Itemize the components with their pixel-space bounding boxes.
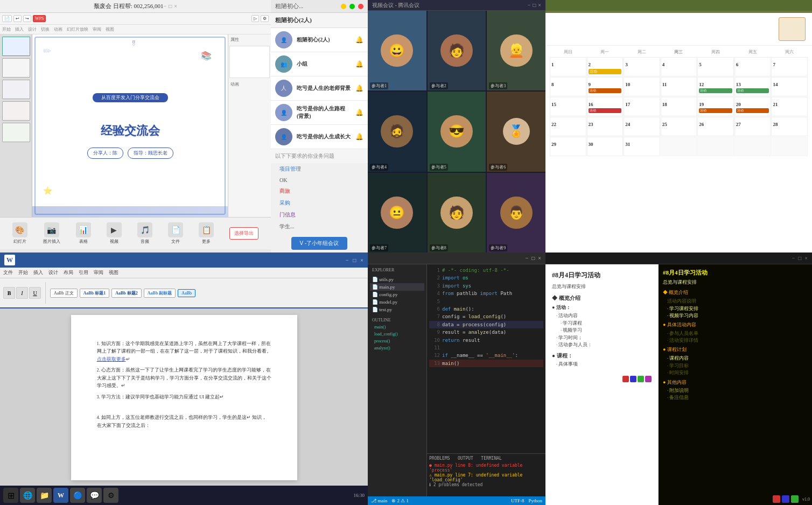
toolbar-btn-2[interactable]: ↩ <box>13 15 22 22</box>
style-heading2[interactable]: AaBb 标题2 <box>111 289 142 298</box>
cal-day-23[interactable]: 23 <box>587 117 624 136</box>
toolbar-menu-insert[interactable]: 插入 <box>15 26 24 32</box>
cal-day-6[interactable]: 6 <box>734 57 771 76</box>
style-current[interactable]: AaBb <box>178 289 195 297</box>
taskbar-start[interactable]: ⊞ <box>3 488 18 503</box>
topic-item-4[interactable]: 采购 <box>271 197 368 209</box>
export-button[interactable]: 选择导出 <box>229 227 258 240</box>
slide-btn-instructor[interactable]: 指导：顾思长老 <box>128 148 173 159</box>
cal-day-30[interactable]: 30 <box>587 137 624 156</box>
cal-day-25[interactable]: 25 <box>661 117 697 136</box>
ce-min-icon[interactable]: − <box>526 255 529 261</box>
toolbar-btn-4[interactable]: WPS <box>33 15 46 22</box>
taskbar-ie[interactable]: 🌐 <box>20 488 35 503</box>
vc-close-icon[interactable]: × <box>538 2 541 8</box>
cal-day-10[interactable]: 10 <box>624 77 660 96</box>
slide-thumb-4[interactable] <box>2 101 30 121</box>
tool-table[interactable]: 📊 表格 <box>76 222 91 244</box>
notes-min-icon[interactable]: − <box>792 255 795 261</box>
word-menu-design[interactable]: 设计 <box>48 269 58 276</box>
style-heading1[interactable]: AaBb 标题1 <box>80 289 110 298</box>
cal-day-17[interactable]: 17 <box>624 97 660 116</box>
chat-item-1[interactable]: 👤 粗陋初心(2人) 🔔 <box>271 28 368 52</box>
topic-item-3[interactable]: 商旅 <box>271 185 368 197</box>
maximize-btn[interactable] <box>349 4 355 9</box>
cal-day-22[interactable]: 22 <box>550 117 586 136</box>
topic-item-2[interactable]: OK <box>271 175 368 185</box>
cal-day-1[interactable]: 1 <box>550 57 586 76</box>
cal-day-11[interactable]: 11 <box>661 77 697 96</box>
topic-item-6[interactable]: 学生... <box>271 221 368 233</box>
notes-max-icon[interactable]: □ <box>798 255 801 261</box>
tool-photo[interactable]: 📷 图片插入 <box>43 222 60 244</box>
notes-close-icon[interactable]: × <box>804 255 808 261</box>
tool-file[interactable]: 📄 文件 <box>168 222 183 244</box>
slide-btn-presenter[interactable]: 分享人：陈 <box>87 148 123 159</box>
cal-day-2[interactable]: 2活动 <box>587 57 624 76</box>
toolbar-menu-animate[interactable]: 动画 <box>54 26 62 32</box>
cal-day-16[interactable]: 16活动 <box>587 97 624 116</box>
cal-day-7[interactable]: 7 <box>771 57 808 76</box>
close-btn[interactable] <box>358 4 363 9</box>
file-item-4[interactable]: 📄 model.py <box>370 298 424 306</box>
join-meeting-button[interactable]: V -了小年组会议 <box>291 237 348 250</box>
cal-day-3[interactable]: 3 <box>624 57 660 76</box>
slide-thumb-1[interactable] <box>2 37 30 56</box>
chat-item-2[interactable]: 👥 小组 🔔 <box>271 52 368 76</box>
cal-day-12[interactable]: 12活动 <box>697 77 734 96</box>
outline-item-4[interactable]: analyze() <box>370 345 424 352</box>
underline-btn[interactable]: U <box>29 287 41 299</box>
tool-video[interactable]: ▶ 视频 <box>107 222 122 244</box>
cal-day-27[interactable]: 27 <box>734 117 771 136</box>
toolbar-menu-home[interactable]: 开始 <box>2 26 11 32</box>
file-item-2[interactable]: 📄 main.py <box>370 283 424 291</box>
outline-item-1[interactable]: main() <box>370 324 424 331</box>
taskbar-settings[interactable]: ⚙ <box>103 488 118 503</box>
file-item-1[interactable]: 📄 utils.py <box>370 276 424 283</box>
word-menu-insert[interactable]: 插入 <box>33 269 43 276</box>
toolbar-btn-5[interactable]: ▷ <box>251 15 259 22</box>
word-close-btn[interactable]: × <box>360 257 363 263</box>
doc-link[interactable]: 点击获取更多 <box>97 356 126 362</box>
toolbar-menu-view[interactable]: 视图 <box>106 26 114 32</box>
word-menu-layout[interactable]: 布局 <box>64 269 73 276</box>
style-heading3[interactable]: AaBb 副标题 <box>144 289 176 298</box>
minimize-btn[interactable] <box>341 4 346 9</box>
topic-item-1[interactable]: 项目管理 <box>271 163 368 175</box>
toolbar-btn-1[interactable]: 📄 <box>2 15 12 22</box>
word-menu-home[interactable]: 开始 <box>18 269 28 276</box>
ce-max-icon[interactable]: □ <box>531 255 535 261</box>
cal-day-14[interactable]: 14 <box>771 77 808 96</box>
style-normal[interactable]: AaBb 正文 <box>50 289 78 298</box>
outline-item-2[interactable]: load_config() <box>370 331 424 338</box>
tool-audio[interactable]: 🎵 音频 <box>137 222 152 244</box>
slide-thumb-5[interactable] <box>2 123 30 142</box>
toolbar-menu-design[interactable]: 设计 <box>28 26 37 32</box>
tool-more[interactable]: 📋 更多 <box>199 222 214 244</box>
toolbar-menu-transition[interactable]: 切换 <box>41 26 50 32</box>
chat-item-5[interactable]: 👤 吃亏是你的人生成长大 🔔 <box>271 125 368 149</box>
word-min-btn[interactable]: − <box>346 257 349 263</box>
cal-day-13[interactable]: 13活动 <box>734 77 771 96</box>
toolbar-btn-3[interactable]: ↪ <box>23 15 31 22</box>
chat-item-3[interactable]: 人 吃亏是人生的老师背景 🔔 <box>271 76 368 101</box>
taskbar-chat[interactable]: 💬 <box>87 488 102 503</box>
word-max-btn[interactable]: □ <box>353 257 356 263</box>
cal-day-4[interactable]: 4 <box>661 57 697 76</box>
file-item-5[interactable]: 📄 test.py <box>370 306 424 313</box>
cal-day-21[interactable]: 21 <box>771 97 808 116</box>
taskbar-word[interactable]: W <box>53 488 68 503</box>
outline-item-3[interactable]: process() <box>370 338 424 345</box>
chat-item-4[interactable]: 👤 吃亏是你的人生路程(背景) 🔔 <box>271 101 368 125</box>
cal-day-15[interactable]: 15 <box>550 97 586 116</box>
cal-day-26[interactable]: 26 <box>697 117 734 136</box>
cal-day-18[interactable]: 18 <box>661 97 697 116</box>
cal-day-5[interactable]: 5 <box>697 57 734 76</box>
cal-day-24[interactable]: 24 <box>624 117 660 136</box>
file-item-3[interactable]: 📄 config.py <box>370 291 424 298</box>
taskbar-folder[interactable]: 📁 <box>37 488 52 503</box>
italic-btn[interactable]: I <box>16 287 28 299</box>
topic-item-5[interactable]: 门信息 <box>271 209 368 221</box>
cal-day-20[interactable]: 20活动 <box>734 97 771 116</box>
ce-close-icon[interactable]: × <box>538 255 541 261</box>
